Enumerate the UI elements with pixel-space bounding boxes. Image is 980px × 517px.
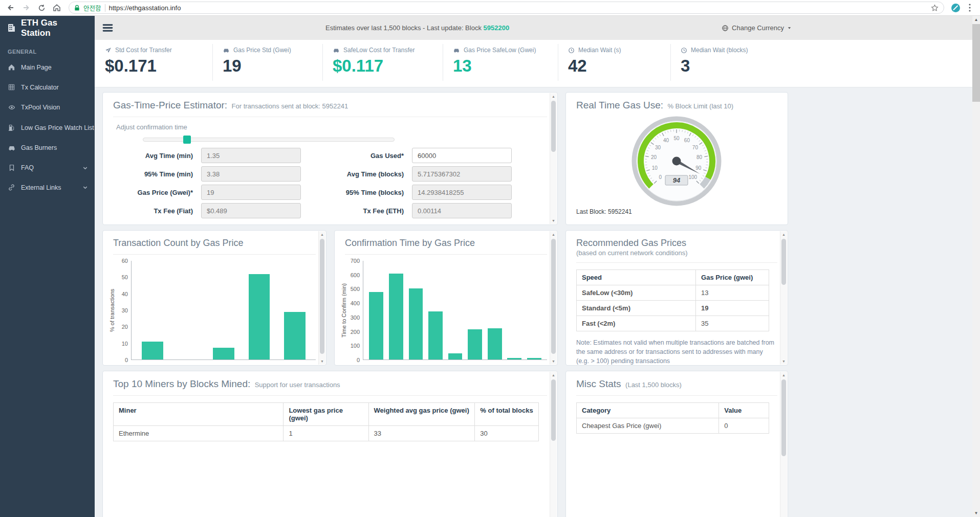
extension-icon[interactable] bbox=[949, 2, 962, 14]
sidebar-item-txpool-vision[interactable]: TxPool Vision bbox=[0, 97, 95, 118]
brand-title: ETH Gas Station bbox=[21, 18, 88, 38]
bar bbox=[448, 353, 463, 359]
scroll-down-icon[interactable]: ▼ bbox=[550, 217, 557, 224]
divider bbox=[113, 254, 316, 255]
browser-toolbar: 안전함 https://ethgasstation.info bbox=[0, 0, 980, 16]
hamburger-menu-icon[interactable] bbox=[102, 24, 113, 32]
svg-text:30: 30 bbox=[655, 145, 661, 150]
column-header: Speed bbox=[577, 270, 696, 285]
pct-blocks-cell: 30 bbox=[475, 426, 539, 441]
car-icon bbox=[333, 47, 340, 54]
tx-fee-fiat-field bbox=[201, 203, 301, 218]
field-label: Gas Price (Gwei)* bbox=[116, 189, 193, 196]
sidebar-item-main-page[interactable]: Main Page bbox=[0, 57, 95, 77]
gauge-hub bbox=[672, 157, 681, 166]
scrollbar[interactable]: ▲ ▼ bbox=[550, 93, 557, 224]
sidebar-item-gas-burners[interactable]: Gas Burners bbox=[0, 138, 95, 158]
bar bbox=[389, 274, 403, 359]
scroll-down-icon[interactable]: ▼ bbox=[780, 358, 787, 365]
sidebar-item-external-links[interactable]: External Links bbox=[0, 177, 95, 197]
sidebar-item-label: Gas Burners bbox=[21, 144, 57, 151]
scrollbar-thumb[interactable] bbox=[551, 379, 556, 441]
field-label: Gas Used* bbox=[309, 152, 404, 160]
home-icon bbox=[7, 63, 16, 71]
scrollbar-thumb[interactable] bbox=[551, 239, 556, 354]
calculator-icon bbox=[7, 83, 16, 91]
scroll-up-icon[interactable]: ▲ bbox=[780, 231, 787, 238]
scrollbar-thumb[interactable] bbox=[551, 101, 556, 152]
scroll-down-icon[interactable]: ▼ bbox=[319, 358, 325, 365]
globe-icon bbox=[722, 25, 729, 32]
weighted-avg-cell: 33 bbox=[368, 426, 475, 441]
bar bbox=[527, 358, 541, 359]
address-bar[interactable]: 안전함 https://ethgasstation.info bbox=[69, 2, 944, 14]
brand[interactable]: ETH Gas Station bbox=[0, 16, 95, 40]
scroll-down-icon[interactable]: ▼ bbox=[972, 509, 980, 517]
category-cell: Cheapest Gas Price (gwei) bbox=[577, 418, 719, 434]
stats-row: Std Cost for Transfer $0.171 Gas Price S… bbox=[95, 40, 980, 87]
miner-cell: Ethermine bbox=[114, 426, 284, 441]
panel-subtitle: (Last 1,500 blocks) bbox=[625, 381, 682, 389]
home-button[interactable] bbox=[50, 1, 63, 14]
bookmark-star-icon[interactable] bbox=[931, 4, 939, 12]
confirmation-time-slider[interactable] bbox=[143, 136, 395, 144]
send-icon bbox=[105, 47, 112, 54]
back-button[interactable] bbox=[4, 1, 17, 14]
scroll-down-icon[interactable]: ▼ bbox=[550, 358, 557, 365]
stat-std-cost: Std Cost for Transfer $0.171 bbox=[95, 40, 212, 87]
scrollbar-thumb[interactable] bbox=[781, 239, 786, 285]
tx-fee-eth-field bbox=[412, 203, 512, 218]
browser-menu-icon[interactable] bbox=[964, 2, 976, 14]
page-scrollbar[interactable]: ▲ ▼ bbox=[972, 16, 980, 517]
scrollbar[interactable]: ▲ ▼ bbox=[550, 231, 557, 365]
scrollbar[interactable]: ▲ ▼ bbox=[318, 231, 325, 365]
url-text: https://ethgasstation.info bbox=[109, 4, 927, 12]
lock-icon bbox=[74, 5, 80, 11]
table-row: SafeLow (<30m) 13 bbox=[577, 285, 769, 301]
last-update-block: 5952200 bbox=[484, 24, 510, 32]
scroll-up-icon[interactable]: ▲ bbox=[550, 93, 557, 100]
slider-track[interactable] bbox=[143, 138, 395, 142]
gas-time-price-estimator-panel: Gas-Time-Price Estimator: For transactio… bbox=[102, 92, 558, 225]
scroll-up-icon[interactable]: ▲ bbox=[972, 16, 980, 24]
link-icon bbox=[7, 184, 16, 191]
stat-gas-price-safelow: Gas Price SafeLow (Gwei) 13 bbox=[443, 40, 558, 87]
scrollbar[interactable]: ▲ ▼ bbox=[780, 372, 787, 517]
speed-cell: Fast (<2m) bbox=[577, 316, 696, 331]
plot-area bbox=[131, 261, 316, 360]
panel-subtitle: % Block Limit (last 10) bbox=[667, 102, 733, 110]
scrollbar-thumb[interactable] bbox=[781, 379, 786, 456]
scrollbar[interactable]: ▲ ▼ bbox=[780, 231, 787, 365]
change-currency-button[interactable]: Change Currency bbox=[722, 24, 792, 32]
panel-title: Transaction Count by Gas Price bbox=[113, 238, 243, 248]
sidebar-item-tx-calculator[interactable]: Tx Calculator bbox=[0, 77, 95, 97]
field-label: 95% Time (min) bbox=[116, 170, 193, 178]
estimate-status-text: Estimates over last 1,500 blocks - Last … bbox=[113, 24, 722, 32]
recommended-gas-prices-panel: Recommended Gas Prices (based on current… bbox=[565, 230, 788, 366]
column-header: Value bbox=[719, 403, 769, 418]
gas-used-field[interactable] bbox=[412, 148, 512, 163]
miners-table: Miner Lowest gas price (gwei) Weighted a… bbox=[113, 402, 539, 441]
scroll-up-icon[interactable]: ▲ bbox=[319, 231, 325, 238]
main-area: Estimates over last 1,500 blocks - Last … bbox=[95, 16, 980, 517]
sidebar-item-low-gas-watch-list[interactable]: Low Gas Price Watch List bbox=[0, 118, 95, 138]
slider-thumb[interactable] bbox=[183, 136, 191, 144]
bar bbox=[488, 328, 502, 359]
lowest-gas-cell: 1 bbox=[284, 426, 368, 441]
divider bbox=[113, 395, 547, 396]
table-row: Ethermine 1 33 30 bbox=[114, 426, 539, 441]
scroll-up-icon[interactable]: ▲ bbox=[550, 231, 557, 238]
scroll-up-icon[interactable]: ▲ bbox=[780, 372, 787, 378]
panel-title: Confirmation Time by Gas Price bbox=[345, 238, 475, 248]
scroll-up-icon[interactable]: ▲ bbox=[550, 372, 557, 378]
scrollbar-thumb[interactable] bbox=[972, 24, 980, 102]
scrollbar-thumb[interactable] bbox=[320, 239, 324, 354]
p95-time-blocks-field bbox=[412, 185, 512, 200]
refresh-button[interactable] bbox=[35, 1, 48, 14]
forward-button[interactable] bbox=[19, 1, 33, 14]
sidebar-item-faq[interactable]: FAQ bbox=[0, 158, 95, 177]
divider bbox=[576, 262, 777, 263]
confirmation-time-chart-panel: Confirmation Time by Gas Price Time to C… bbox=[334, 230, 558, 366]
scrollbar[interactable]: ▲ ▼ bbox=[550, 372, 557, 517]
y-axis: 0100200300400500600700 bbox=[349, 261, 363, 360]
